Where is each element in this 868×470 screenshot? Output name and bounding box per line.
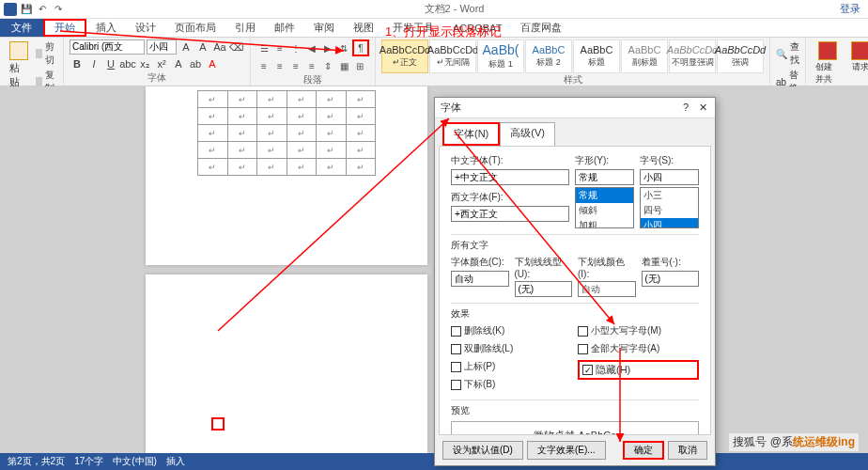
size-list[interactable]: 小三 四号 小四 [640,187,699,228]
underline-color-select [578,281,636,297]
font-color-select[interactable] [451,271,509,287]
styles-gallery[interactable]: AaBbCcDd↵正文 AaBbCcDd↵无间隔 AaBb(标题 1 AaBbC… [381,39,764,73]
styles-label: 样式 [381,73,764,87]
justify[interactable]: ≡ [304,58,319,73]
ribbon: 粘贴 剪切 复制 格式刷 剪贴板 A A Aa ⌫ B I U [0,38,868,86]
style-subtle-emphasis[interactable]: AaBbCcDd不明显强调 [669,39,716,73]
tab-file[interactable]: 文件 [0,19,43,37]
page-2 [146,274,427,453]
numbering-button[interactable]: ≡ [272,40,287,55]
cb-dstrike[interactable]: 双删除线(L) [451,342,572,355]
tab-insert[interactable]: 插入 [86,19,126,37]
style-normal[interactable]: AaBbCcDd↵正文 [381,39,428,73]
tab-design[interactable]: 设计 [126,19,165,37]
document-table[interactable]: ↵↵↵↵↵↵ ↵↵↵↵↵↵ ↵↵↵↵↵↵ ↵↵↵↵↵↵ ↵↵↵↵↵↵ [197,90,376,176]
shrink-font[interactable]: A [195,39,210,55]
tab-layout[interactable]: 页面布局 [165,19,225,37]
shading-button[interactable]: ▦ [336,58,351,73]
bullets-button[interactable]: ☰ [256,40,271,55]
qat-undo[interactable]: ↶ [36,3,49,16]
cb-smallcaps[interactable]: 小型大写字母(M) [578,324,699,337]
en-font-input[interactable] [451,206,569,222]
decrease-indent[interactable]: ◀ [304,40,319,55]
status-lang[interactable]: 中文(中国) [113,455,157,468]
qat-save[interactable]: 💾 [20,3,33,16]
tab-review[interactable]: 审阅 [304,19,344,37]
watermark: 搜狐号 @系统运维级ing [729,433,859,451]
word-app-icon [4,3,17,16]
cb-super[interactable]: 上标(P) [451,360,572,373]
emphasis-select[interactable] [642,271,700,287]
find-icon: 🔍 [776,49,787,59]
font-group-label: 字体 [70,71,244,86]
style-emphasis[interactable]: AaBbCcDd强调 [717,39,764,73]
style-title[interactable]: AaBbC标题 [573,39,620,73]
tab-home[interactable]: 开始 [43,19,86,37]
status-words[interactable]: 17个字 [74,455,103,468]
annotation-step1: 1、打开显示段落标记 [385,24,502,40]
pdf-icon [818,41,837,60]
status-page[interactable]: 第2页，共2页 [8,455,65,468]
increase-indent[interactable]: ▶ [320,40,335,55]
style-input[interactable] [575,169,634,185]
tab-mailings[interactable]: 邮件 [265,19,304,37]
font-size-select[interactable] [147,39,177,55]
underline-button[interactable]: U [103,56,118,71]
ok-button[interactable]: 确定 [623,441,664,460]
find-button[interactable]: 🔍查找 [776,39,799,68]
login-link[interactable]: 登录 [840,2,868,16]
multilevel-button[interactable]: ⋮ [288,40,303,55]
style-nospacing[interactable]: AaBbCcDd↵无间隔 [429,39,476,73]
grow-font[interactable]: A [178,39,194,55]
size-input[interactable] [640,169,699,185]
style-list[interactable]: 常规 倾斜 加粗 [575,187,634,228]
copy-icon [36,77,42,86]
cut-button[interactable]: 剪切 [36,39,57,68]
strike-button[interactable]: abc [120,56,135,71]
line-spacing[interactable]: ⇕ [320,58,335,73]
borders-button[interactable]: ⊞ [352,58,367,73]
font-family-select[interactable] [70,39,145,55]
window-title: 文档2 - Word [69,2,840,16]
highlight-button[interactable]: ab [188,56,203,71]
text-effects-button[interactable]: 文字效果(E)... [527,441,606,460]
bold-button[interactable]: B [70,56,85,71]
acrobat-request[interactable]: 请求 [847,39,868,75]
dialog-tab-font[interactable]: 字体(N) [442,122,500,146]
change-case[interactable]: Aa [212,39,227,55]
cb-sub[interactable]: 下标(B) [451,378,572,391]
font-color-button[interactable]: A [205,56,220,71]
tab-view[interactable]: 视图 [344,19,383,37]
page-1: ↵↵↵↵↵↵ ↵↵↵↵↵↵ ↵↵↵↵↵↵ ↵↵↵↵↵↵ ↵↵↵↵↵↵ [146,86,427,265]
style-heading1[interactable]: AaBb(标题 1 [477,39,524,73]
cn-font-input[interactable] [451,169,569,185]
dialog-close[interactable]: ✕ [696,102,709,115]
tab-references[interactable]: 引用 [225,19,265,37]
align-left[interactable]: ≡ [256,58,271,73]
replace-icon: ab [776,77,786,87]
paste-button[interactable]: 粘贴 [6,39,32,91]
superscript-button[interactable]: x² [154,56,169,71]
align-right[interactable]: ≡ [288,58,303,73]
default-button[interactable]: 设为默认值(D) [442,441,523,460]
underline-select[interactable] [515,281,573,297]
sort-button[interactable]: ⇅ [336,40,351,55]
align-center[interactable]: ≡ [272,58,287,73]
dialog-help[interactable]: ? [683,102,689,115]
style-subtitle[interactable]: AaBbC副标题 [621,39,668,73]
cancel-button[interactable]: 取消 [668,441,707,460]
tab-baidu[interactable]: 百度网盘 [511,19,571,37]
cb-hidden[interactable]: 隐藏(H) [578,360,699,380]
show-hide-pilcrow-button[interactable]: ¶ [352,39,369,56]
style-heading2[interactable]: AaBbC标题 2 [525,39,572,73]
cb-strike[interactable]: 删除线(K) [451,324,572,337]
cb-allcaps[interactable]: 全部大写字母(A) [578,342,699,355]
qat-redo[interactable]: ↷ [52,3,65,16]
dialog-tab-advanced[interactable]: 高级(V) [500,122,555,146]
paste-icon [9,41,28,60]
subscript-button[interactable]: x₂ [137,56,152,71]
italic-button[interactable]: I [86,56,101,71]
text-effects[interactable]: A [171,56,186,71]
status-input[interactable]: 插入 [166,455,185,468]
clear-format[interactable]: ⌫ [229,39,244,55]
